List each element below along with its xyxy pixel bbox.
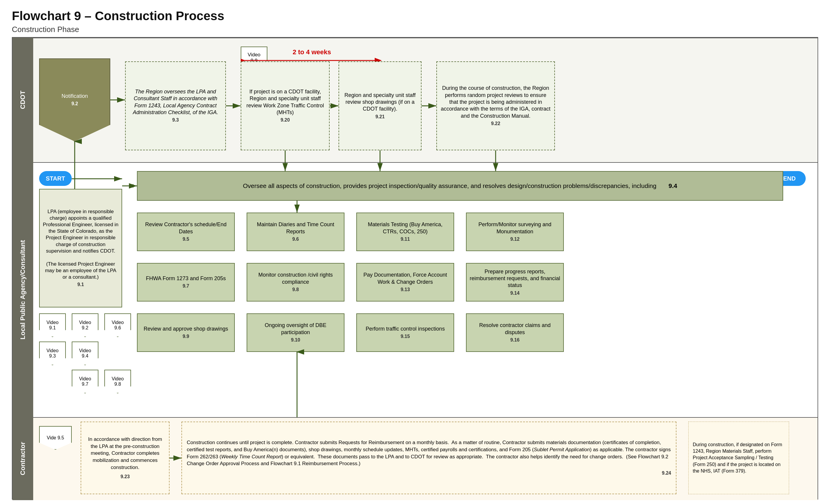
notification-label: Notification [61, 93, 88, 100]
box-98-ref: 9.8 [292, 287, 299, 293]
start-button[interactable]: START [39, 171, 72, 186]
box-921-label: Region and specialty unit staff review s… [342, 92, 418, 113]
weeks-label: 2 to 4 weeks [293, 48, 331, 56]
box-98[interactable]: Monitor construction /civil rights compl… [247, 263, 345, 302]
box-923[interactable]: In accordance with direction from the LP… [81, 421, 169, 494]
box-916-label: Resolve contractor claims and disputes [470, 322, 560, 336]
start-label: START [46, 175, 65, 182]
box-99-label: Review and approve shop drawings [143, 325, 228, 332]
notification-box[interactable]: Notification 9.2 [39, 58, 110, 141]
box-920[interactable]: If project is on a CDOT facility, Region… [241, 61, 330, 150]
box-95[interactable]: Review Contractor's schedule/End Dates 9… [137, 213, 235, 251]
box-910[interactable]: Ongoing oversight of DBE participation 9… [247, 313, 345, 352]
box-911[interactable]: Materials Testing (Buy America, CTRs, CO… [356, 213, 454, 251]
notification-ref: 9.2 [71, 101, 78, 107]
box-97[interactable]: FHWA Form 1273 and Form 205s 9.7 [137, 263, 235, 302]
box-922[interactable]: During the course of construction, the R… [436, 61, 555, 150]
box-916-ref: 9.16 [510, 337, 519, 343]
box-93[interactable]: The Region oversees the LPA and Consulta… [125, 61, 226, 150]
box-913-ref: 9.13 [401, 287, 410, 293]
cdot-label: CDOT [12, 38, 33, 162]
box-922-ref: 9.22 [491, 121, 500, 127]
box-915-label: Perform traffic control inspections [366, 325, 445, 332]
box-924-ref: 9.24 [662, 471, 671, 476]
flowchart: CDOT Local Public Agency/Consultant Cont… [12, 37, 818, 500]
contractor-label: Contractor [12, 417, 33, 500]
box-94[interactable]: Oversee all aspects of construction, pro… [137, 171, 783, 201]
box-913[interactable]: Pay Documentation, Force Account Work & … [356, 263, 454, 302]
box-923-ref: 9.23 [120, 473, 130, 480]
page: Flowchart 9 – Construction Process Const… [0, 0, 830, 504]
box-99-ref: 9.9 [183, 334, 189, 340]
box-911-ref: 9.11 [401, 236, 410, 243]
page-subtitle: Construction Phase [12, 25, 818, 34]
box-915[interactable]: Perform traffic control inspections 9.15 [356, 313, 454, 352]
box-921-ref: 9.21 [375, 114, 384, 120]
box-96[interactable]: Maintain Diaries and Time Count Reports … [247, 213, 345, 251]
box-93-ref: 9.3 [172, 117, 179, 123]
box-921[interactable]: Region and specialty unit staff review s… [339, 61, 421, 150]
box-916[interactable]: Resolve contractor claims and disputes 9… [466, 313, 564, 352]
box-920-ref: 9.20 [280, 117, 290, 123]
box-910-label: Ongoing oversight of DBE participation [250, 322, 341, 336]
box-914[interactable]: Prepare progress reports, reimbursement … [466, 263, 564, 302]
box-923-label: In accordance with direction from the LP… [85, 436, 165, 471]
box-95-label: Review Contractor's schedule/End Dates [140, 221, 231, 235]
box-924-label: Construction continues until project is … [187, 439, 671, 467]
lpa-label: Local Public Agency/Consultant [12, 162, 33, 417]
box-91[interactable]: LPA (employee in responsible charge) app… [39, 189, 122, 308]
box-96-label: Maintain Diaries and Time Count Reports [250, 221, 341, 235]
box-95-ref: 9.5 [183, 236, 189, 243]
box-99[interactable]: Review and approve shop drawings 9.9 [137, 313, 235, 352]
box-924[interactable]: Construction continues until project is … [182, 421, 676, 494]
box-98-label: Monitor construction /civil rights compl… [250, 272, 341, 285]
box-914-ref: 9.14 [510, 290, 519, 296]
side-note: During construction, if designated on Fo… [688, 421, 789, 494]
box-97-label: FHWA Form 1273 and Form 205s [146, 275, 226, 282]
page-title: Flowchart 9 – Construction Process [12, 9, 818, 23]
box-910-ref: 9.10 [291, 337, 300, 343]
box-93-label: The Region oversees the LPA and Consulta… [129, 88, 222, 116]
box-914-label: Prepare progress reports, reimbursement … [470, 268, 560, 289]
box-920-label: If project is on a CDOT facility, Region… [244, 88, 326, 116]
box-913-label: Pay Documentation, Force Account Work & … [360, 272, 451, 285]
box-96-ref: 9.6 [292, 236, 299, 243]
box-97-ref: 9.7 [183, 283, 189, 289]
end-label: END [783, 175, 796, 182]
box-912-ref: 9.12 [510, 236, 519, 243]
box-912[interactable]: Perform/Monitor surveying and Monumentat… [466, 213, 564, 251]
box-94-label: Oversee all aspects of construction, pro… [243, 182, 677, 190]
box-91-label: LPA (employee in responsible charge) app… [43, 209, 119, 280]
box-91-ref: 9.1 [77, 282, 84, 288]
box-911-label: Materials Testing (Buy America, CTRs, CO… [360, 221, 451, 235]
side-note-label: During construction, if designated on Fo… [693, 441, 785, 475]
box-922-label: During the course of construction, the R… [440, 85, 551, 120]
box-912-label: Perform/Monitor surveying and Monumentat… [470, 221, 560, 235]
box-915-ref: 9.15 [401, 334, 410, 340]
